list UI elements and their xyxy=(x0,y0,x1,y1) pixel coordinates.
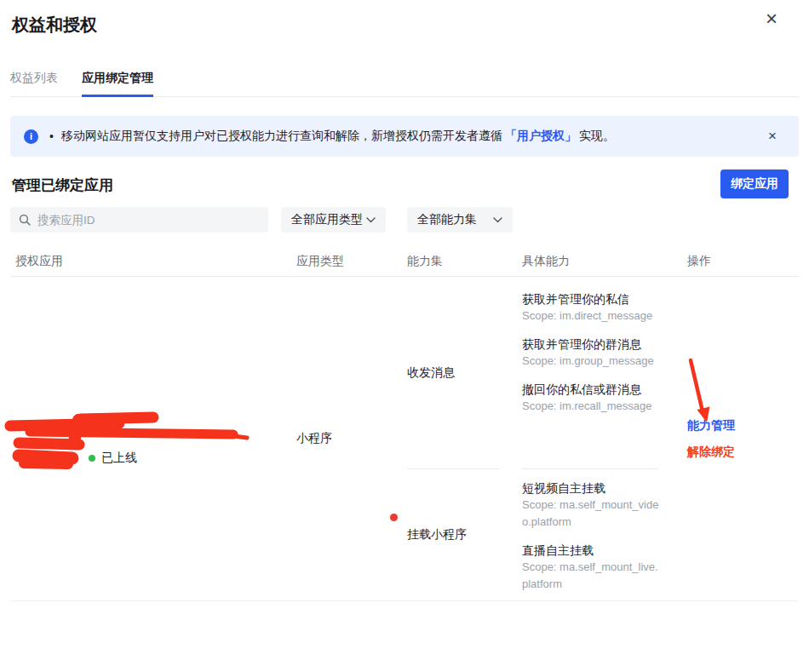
col-header-capability: 具体能力 xyxy=(522,254,687,269)
table-row: 已上线 小程序 收发消息 挂载小程序 获取并管理你的私信 Scope: im.d… xyxy=(10,277,799,601)
tab-bar: 权益列表 应用绑定管理 xyxy=(10,68,799,97)
capability-item: 直播自主挂载 Scope: ma.self_mount_live.platfor… xyxy=(522,542,662,593)
app-type-cell: 小程序 xyxy=(296,277,407,600)
annotation-dot xyxy=(390,514,398,521)
unbind-link[interactable]: 解除绑定 xyxy=(687,445,735,460)
bullet-icon: • xyxy=(49,129,54,143)
chevron-down-icon xyxy=(493,217,502,223)
bind-app-button[interactable]: 绑定应用 xyxy=(720,169,789,198)
capability-item: 撤回你的私信或群消息 Scope: im.recall_message xyxy=(522,381,662,415)
capability-set-mount: 挂载小程序 xyxy=(407,469,522,600)
section-title: 管理已绑定应用 xyxy=(12,175,113,195)
capability-item: 获取并管理你的私信 Scope: im.direct_message xyxy=(522,290,662,325)
col-header-capability-set: 能力集 xyxy=(407,254,522,269)
app-status: 已上线 xyxy=(89,451,137,466)
capability-item: 获取并管理你的群消息 Scope: im.group_message xyxy=(522,336,662,370)
authorized-app-cell: 已上线 xyxy=(10,277,296,600)
capability-list-messaging: 获取并管理你的私信 Scope: im.direct_message 获取并管理… xyxy=(522,277,687,469)
close-icon[interactable]: × xyxy=(766,7,777,31)
table-header-row: 授权应用 应用类型 能力集 具体能力 操作 xyxy=(10,247,799,277)
tab-app-binding[interactable]: 应用绑定管理 xyxy=(82,68,153,97)
app-type-filter[interactable]: 全部应用类型 xyxy=(281,207,386,233)
col-header-authorized-app: 授权应用 xyxy=(10,254,296,269)
row-actions: 能力管理 解除绑定 xyxy=(687,277,799,600)
online-status-dot xyxy=(89,455,95,462)
page-title: 权益和授权 xyxy=(12,14,97,37)
capability-item: 短视频自主挂载 Scope: ma.self_mount_video.platf… xyxy=(522,480,662,531)
col-header-app-type: 应用类型 xyxy=(296,254,407,269)
search-icon xyxy=(19,214,31,226)
user-auth-link[interactable]: 「用户授权」 xyxy=(505,129,577,142)
capability-manage-link[interactable]: 能力管理 xyxy=(687,418,735,434)
capability-list-mount: 短视频自主挂载 Scope: ma.self_mount_video.platf… xyxy=(522,469,687,600)
banner-close-icon[interactable]: × xyxy=(768,128,777,145)
banner-text: 移动网站应用暂仅支持用户对已授权能力进行查询和解除，新增授权仍需开发者遵循「用户… xyxy=(61,129,615,144)
info-icon: i xyxy=(24,129,38,144)
rights-authorization-modal: 权益和授权 × 权益列表 应用绑定管理 i • 移动网站应用暂仅支持用户对已授权… xyxy=(0,0,809,672)
status-badge: 已上线 xyxy=(101,451,137,466)
capability-set-messaging: 收发消息 xyxy=(407,277,522,469)
capability-set-filter[interactable]: 全部能力集 xyxy=(407,207,513,233)
chevron-down-icon xyxy=(366,217,376,223)
col-header-actions: 操作 xyxy=(687,254,799,269)
info-banner: i • 移动网站应用暂仅支持用户对已授权能力进行查询和解除，新增授权仍需开发者遵… xyxy=(10,116,799,157)
tab-rights-list[interactable]: 权益列表 xyxy=(10,68,58,97)
search-input-wrapper[interactable] xyxy=(10,207,268,233)
search-input[interactable] xyxy=(37,214,260,227)
